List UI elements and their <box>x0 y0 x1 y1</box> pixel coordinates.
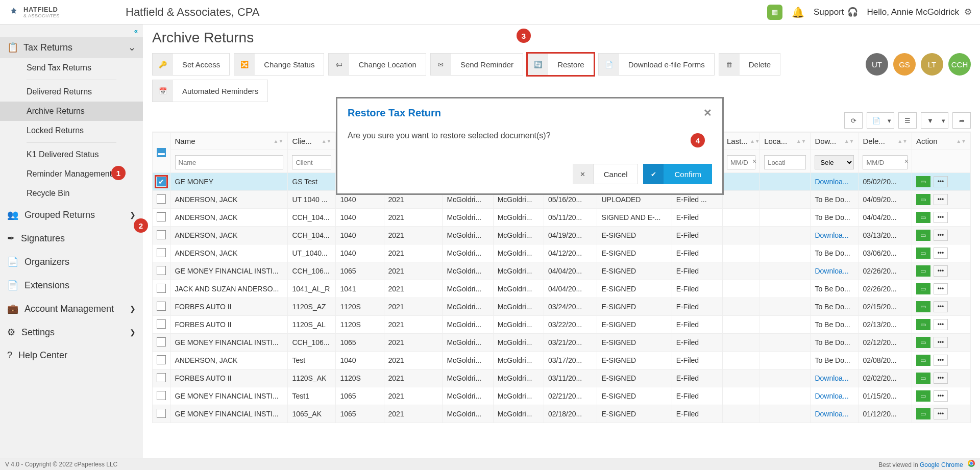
automated-reminders-button[interactable]: 📅Automated Reminders <box>152 80 268 102</box>
avatar-gs[interactable]: GS <box>893 53 916 76</box>
date-filter[interactable] <box>863 155 907 169</box>
client-filter[interactable] <box>292 155 331 169</box>
view-action-icon[interactable]: ▭ <box>916 355 930 366</box>
send-reminder-button[interactable]: ✉Send Reminder <box>430 53 523 76</box>
select-all-checkbox[interactable]: ▬ <box>157 148 166 157</box>
change-status-button[interactable]: 🔀Change Status <box>234 53 324 76</box>
sidebar-main-settings[interactable]: ⚙Settings❯ <box>0 320 143 344</box>
view-action-icon[interactable]: ▭ <box>916 373 930 384</box>
row-checkbox[interactable]: ✔ <box>157 177 166 186</box>
date-filter[interactable] <box>727 155 755 169</box>
col-header[interactable]: Action▲▼ <box>912 133 970 150</box>
sidebar-item-k1-delivered-status[interactable]: K1 Delivered Status <box>0 145 143 164</box>
row-checkbox[interactable] <box>157 248 166 257</box>
view-action-icon[interactable]: ▭ <box>916 230 930 241</box>
save-view-button[interactable]: ➦ <box>952 112 971 129</box>
view-action-icon[interactable]: ▭ <box>916 283 930 294</box>
filter-caret[interactable]: ▾ <box>939 112 948 129</box>
sidebar-item-archive-returns[interactable]: Archive Returns <box>0 102 143 121</box>
filter-button[interactable]: ▼ <box>921 112 939 129</box>
change-location-button[interactable]: 🏷Change Location <box>328 53 426 76</box>
sidebar-section-tax-returns[interactable]: 📋 Tax Returns ⌄ <box>0 37 143 58</box>
more-action-icon[interactable]: ••• <box>934 337 948 348</box>
view-action-icon[interactable]: ▭ <box>916 265 930 277</box>
confirm-button[interactable]: ✔ Confirm <box>643 164 712 184</box>
notifications-icon[interactable]: 🔔 <box>792 6 804 18</box>
cell-download[interactable]: Downloa... <box>811 173 859 191</box>
col-header[interactable]: Name▲▼ <box>170 133 288 150</box>
sidebar-main-help-center[interactable]: ?Help Center <box>0 344 143 367</box>
sidebar-main-account-management[interactable]: 💼Account Management❯ <box>0 297 143 320</box>
support-button[interactable]: Support 🎧 <box>814 7 858 17</box>
more-action-icon[interactable]: ••• <box>934 265 948 277</box>
restore-button[interactable]: 🔄Restore <box>527 53 594 76</box>
more-action-icon[interactable]: ••• <box>934 355 948 366</box>
sidebar-main-organizers[interactable]: 📄Organizers <box>0 250 143 274</box>
view-action-icon[interactable]: ▭ <box>916 337 930 348</box>
col-header[interactable]: Dele...▲▼ <box>859 133 912 150</box>
more-action-icon[interactable]: ••• <box>934 212 948 223</box>
col-header[interactable]: Dow...▲▼ <box>811 133 859 150</box>
row-checkbox[interactable] <box>157 266 166 275</box>
name-filter[interactable] <box>175 155 284 169</box>
more-action-icon[interactable]: ••• <box>934 283 948 294</box>
cell-download[interactable]: Downloa... <box>811 405 859 423</box>
clear-icon[interactable]: × <box>752 157 756 165</box>
row-checkbox[interactable] <box>157 319 166 329</box>
sidebar-item-send-tax-returns[interactable]: Send Tax Returns <box>0 58 143 78</box>
row-checkbox[interactable] <box>157 284 166 293</box>
avatar-ut[interactable]: UT <box>866 53 888 76</box>
sidebar-main-grouped-returns[interactable]: 👥Grouped Returns❯ <box>0 203 143 227</box>
sidebar-item-recycle-bin[interactable]: Recycle Bin <box>0 184 143 203</box>
row-checkbox[interactable] <box>157 230 166 239</box>
avatar-cch[interactable]: CCH <box>948 53 971 76</box>
chrome-link[interactable]: Google Chrome <box>920 461 963 468</box>
row-checkbox[interactable] <box>157 391 166 400</box>
refresh-button[interactable]: ⟳ <box>844 112 863 129</box>
col-header[interactable]: Loca...▲▼ <box>760 133 811 150</box>
view-action-icon[interactable]: ▭ <box>916 176 930 187</box>
location-filter[interactable] <box>764 155 806 169</box>
clear-icon[interactable]: × <box>904 157 909 165</box>
sidebar-item-locked-returns[interactable]: Locked Returns <box>0 121 143 140</box>
set-access-button[interactable]: 🔑Set Access <box>152 53 230 76</box>
row-checkbox[interactable] <box>157 212 166 221</box>
sidebar-item-delivered-returns[interactable]: Delivered Returns <box>0 82 143 102</box>
more-action-icon[interactable]: ••• <box>934 319 948 330</box>
sidebar-main-extensions[interactable]: 📄Extensions <box>0 274 143 297</box>
row-checkbox[interactable] <box>157 337 166 347</box>
delete-button[interactable]: 🗑Delete <box>719 53 780 76</box>
sidebar-main-signatures[interactable]: ✒Signatures <box>0 227 143 250</box>
download-filter[interactable]: Sele <box>815 155 854 169</box>
view-action-icon[interactable]: ▭ <box>916 194 930 205</box>
avatar-lt[interactable]: LT <box>921 53 943 76</box>
cell-download[interactable]: Downloa... <box>811 387 859 405</box>
gear-icon[interactable]: ⚙ <box>964 7 972 17</box>
view-action-icon[interactable]: ▭ <box>916 248 930 259</box>
view-action-icon[interactable]: ▭ <box>916 301 930 312</box>
app-chip-icon[interactable]: ▦ <box>767 5 782 20</box>
col-header[interactable]: Clie...▲▼ <box>288 133 336 150</box>
cell-download[interactable]: Downloa... <box>811 262 859 280</box>
view-action-icon[interactable]: ▭ <box>916 390 930 402</box>
more-action-icon[interactable]: ••• <box>934 176 948 187</box>
close-icon[interactable]: ✕ <box>703 107 712 119</box>
col-header[interactable]: Last...▲▼ <box>723 133 760 150</box>
download-e-file-forms-button[interactable]: 📄Download e-file Forms <box>598 53 715 76</box>
row-checkbox[interactable] <box>157 373 166 382</box>
more-action-icon[interactable]: ••• <box>934 301 948 312</box>
export-button[interactable]: 📄 <box>867 112 885 129</box>
view-action-icon[interactable]: ▭ <box>916 319 930 330</box>
cell-download[interactable]: Downloa... <box>811 369 859 387</box>
cell-download[interactable]: Downloa... <box>811 227 859 244</box>
more-action-icon[interactable]: ••• <box>934 194 948 205</box>
row-checkbox[interactable] <box>157 302 166 311</box>
view-action-icon[interactable]: ▭ <box>916 408 930 419</box>
more-action-icon[interactable]: ••• <box>934 373 948 384</box>
more-action-icon[interactable]: ••• <box>934 230 948 241</box>
row-checkbox[interactable] <box>157 409 166 418</box>
row-checkbox[interactable] <box>157 194 166 204</box>
export-caret[interactable]: ▾ <box>885 112 894 129</box>
collapse-sidebar-button[interactable]: « <box>0 24 143 37</box>
more-action-icon[interactable]: ••• <box>934 390 948 402</box>
